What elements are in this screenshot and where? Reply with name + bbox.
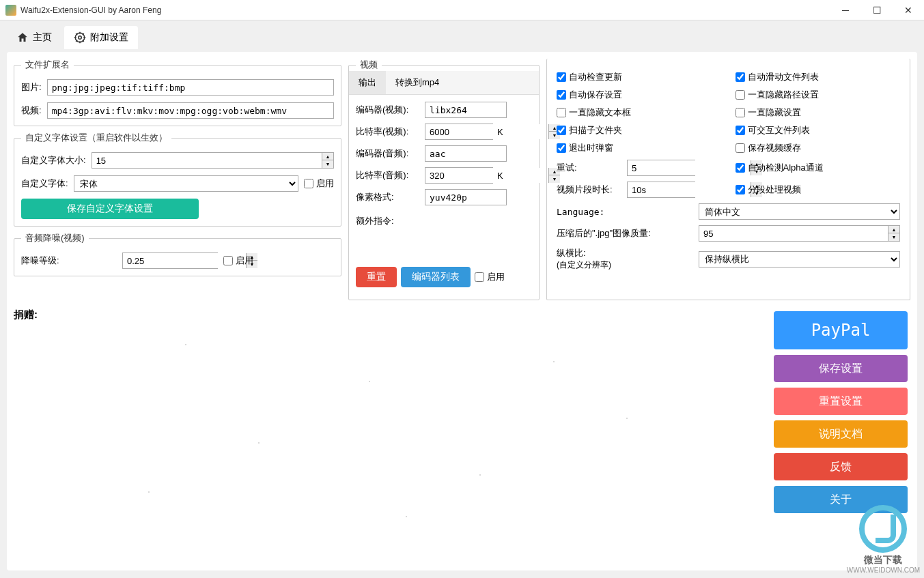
interactive-list-label: 可交互文件列表 <box>748 124 810 136</box>
segment-length-label: 视频片段时长: <box>557 184 621 196</box>
encoder-list-button[interactable]: 编码器列表 <box>401 267 471 287</box>
pixfmt-label: 像素格式: <box>356 191 421 203</box>
segment-length-input[interactable] <box>628 182 751 197</box>
paypal-button[interactable]: PayPal <box>774 311 908 349</box>
minimize-button[interactable]: ─ <box>830 0 861 20</box>
vbitrate-spinner[interactable]: ▲▼ <box>425 124 493 140</box>
jpg-quality-input[interactable] <box>699 226 888 241</box>
denoise-level-spinner[interactable]: ▲▼ <box>122 252 218 269</box>
font-family-select[interactable]: 宋体 <box>74 175 298 192</box>
popup-exit-checkbox[interactable] <box>557 143 566 153</box>
font-size-input[interactable] <box>92 153 322 168</box>
reset-settings-button[interactable]: 重置设置 <box>774 388 908 415</box>
scan-subdirs-checkbox[interactable] <box>557 126 566 135</box>
main-tabs: 主页 附加设置 <box>7 26 917 49</box>
font-legend: 自定义字体设置（重启软件以生效） <box>21 132 171 144</box>
font-family-label: 自定义字体: <box>21 177 68 190</box>
aspect-sub-label: (自定义分辨率) <box>557 259 693 271</box>
video-ext-input[interactable] <box>47 102 334 119</box>
interactive-list-checkbox[interactable] <box>736 126 745 135</box>
watermark-line1: 微当下载 <box>847 554 920 566</box>
video-reset-button[interactable]: 重置 <box>356 267 397 287</box>
file-extensions-group: 文件扩展名 图片: 视频: <box>14 59 341 126</box>
tab-extra-label: 附加设置 <box>90 31 128 44</box>
hide-path-checkbox[interactable] <box>736 90 745 100</box>
segment-length-spinner[interactable]: ▲▼ <box>627 182 695 198</box>
pixfmt-input[interactable] <box>425 189 507 205</box>
segment-video-label: 分段处理视频 <box>748 184 801 196</box>
denoise-enable-checkbox[interactable] <box>223 256 233 265</box>
unit-k: K <box>497 127 503 137</box>
font-size-spinner[interactable]: ▲▼ <box>92 152 334 169</box>
auto-scroll-label: 自动滑动文件列表 <box>748 71 819 83</box>
denoise-enable-label: 启用 <box>236 255 253 267</box>
gear-icon <box>74 31 86 44</box>
window-title: Waifu2x-Extension-GUI by Aaron Feng <box>20 5 161 15</box>
auto-alpha-label: 自动检测Alpha通道 <box>748 162 824 174</box>
subtab-convert[interactable]: 转换到mp4 <box>386 71 449 94</box>
video-enable-checkbox[interactable] <box>475 272 484 282</box>
retry-label: 重试: <box>557 162 621 174</box>
video-ext-label: 视频: <box>21 104 42 117</box>
jpg-quality-label: 压缩后的".jpg"图像质量: <box>557 227 693 240</box>
acodec-input[interactable] <box>425 145 507 162</box>
auto-update-checkbox[interactable] <box>557 72 566 82</box>
spin-up-icon[interactable]: ▲ <box>322 153 333 160</box>
abitrate-label: 比特率(音频): <box>356 169 421 182</box>
auto-save-checkbox[interactable] <box>557 90 566 100</box>
side-buttons: PayPal 保存设置 重置设置 说明文档 反馈 关于 <box>774 307 910 513</box>
auto-scroll-checkbox[interactable] <box>736 72 745 82</box>
tab-home[interactable]: 主页 <box>7 26 61 49</box>
segment-video-checkbox[interactable] <box>736 185 745 194</box>
language-select[interactable]: 简体中文 <box>699 203 900 220</box>
watermark-logo-icon <box>859 505 907 553</box>
spin-up-icon[interactable]: ▲ <box>888 226 899 233</box>
docs-button[interactable]: 说明文档 <box>774 420 908 448</box>
abitrate-input[interactable] <box>425 168 548 183</box>
abitrate-spinner[interactable]: ▲▼ <box>425 167 493 184</box>
auto-alpha-checkbox[interactable] <box>736 163 745 173</box>
vbitrate-input[interactable] <box>425 124 548 139</box>
titlebar: Waifu2x-Extension-GUI by Aaron Feng ─ ☐ … <box>0 0 924 20</box>
scan-subdirs-label: 扫描子文件夹 <box>569 124 622 136</box>
feedback-button[interactable]: 反馈 <box>774 453 908 480</box>
font-enable-checkbox[interactable] <box>304 179 313 188</box>
retry-input[interactable] <box>628 160 751 175</box>
font-size-label: 自定义字体大小: <box>21 154 86 167</box>
save-font-button[interactable]: 保存自定义字体设置 <box>21 199 199 219</box>
image-ext-label: 图片: <box>21 81 42 93</box>
main-panel: 文件扩展名 图片: 视频: 自定义字体设置（重启软件以生效） 自定义字体大小: <box>7 52 917 570</box>
denoise-level-label: 降噪等级: <box>21 255 117 267</box>
save-video-cache-checkbox[interactable] <box>736 143 745 153</box>
home-icon <box>16 31 29 44</box>
save-video-cache-label: 保存视频缓存 <box>748 142 801 154</box>
vcodec-input[interactable] <box>425 102 507 118</box>
tab-extra-settings[interactable]: 附加设置 <box>64 26 138 49</box>
donate-image-area <box>38 307 774 553</box>
spin-down-icon[interactable]: ▼ <box>888 233 899 241</box>
extra-cmd-label: 额外指令: <box>356 215 421 227</box>
save-settings-button[interactable]: 保存设置 <box>774 355 908 382</box>
retry-spinner[interactable]: ▲▼ <box>627 160 695 176</box>
options-group: 自动检查更新 自动滑动文件列表 自动保存设置 一直隐藏路径设置 一直隐藏文本框 … <box>546 59 910 300</box>
aspect-select[interactable]: 保持纵横比 <box>699 251 900 268</box>
tab-home-label: 主页 <box>33 31 52 44</box>
audio-denoise-group: 音频降噪(视频) 降噪等级: ▲▼ 启用 <box>14 232 341 276</box>
jpg-quality-spinner[interactable]: ▲▼ <box>699 225 900 242</box>
window-controls: ─ ☐ ✕ <box>830 0 924 20</box>
hide-textbox-checkbox[interactable] <box>557 108 566 117</box>
donate-label: 捐赠: <box>14 308 38 321</box>
close-button[interactable]: ✕ <box>893 0 924 20</box>
maximize-button[interactable]: ☐ <box>861 0 893 20</box>
hide-settings-checkbox[interactable] <box>736 108 745 117</box>
app-icon <box>5 5 16 16</box>
subtab-output[interactable]: 输出 <box>349 71 386 94</box>
popup-exit-label: 退出时弹窗 <box>569 142 613 154</box>
auto-save-label: 自动保存设置 <box>569 89 622 101</box>
custom-font-group: 自定义字体设置（重启软件以生效） 自定义字体大小: ▲▼ 自定义字体: 宋体 <box>14 132 341 227</box>
image-ext-input[interactable] <box>47 79 334 96</box>
spin-down-icon[interactable]: ▼ <box>322 160 333 168</box>
svg-point-1 <box>79 36 82 40</box>
auto-update-label: 自动检查更新 <box>569 71 622 83</box>
acodec-label: 编码器(音频): <box>356 147 421 160</box>
